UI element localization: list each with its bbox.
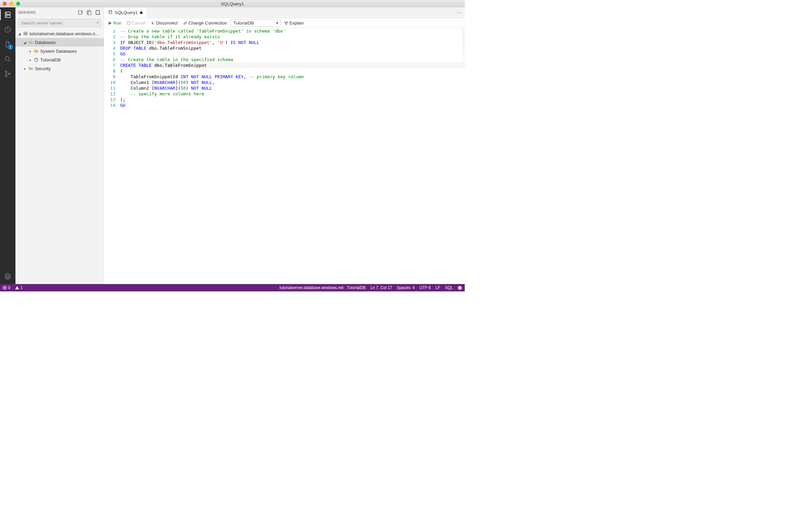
svg-point-21 — [286, 24, 287, 25]
status-warnings-count: 1 — [21, 286, 23, 290]
tree-server-node[interactable]: ◢ tutorialserver.database.windows.n… — [16, 29, 104, 38]
svg-point-9 — [7, 276, 9, 278]
activity-bar: 1 — [0, 7, 16, 284]
status-feedback-icon[interactable] — [458, 286, 462, 290]
cancel-label: Cancel — [132, 21, 145, 26]
svg-point-5 — [5, 57, 9, 61]
svg-point-8 — [8, 73, 10, 75]
close-window-icon[interactable] — [3, 2, 7, 6]
chevron-down-icon: ◢ — [18, 32, 22, 35]
database-icon — [34, 57, 39, 62]
maximize-window-icon[interactable] — [16, 2, 20, 6]
settings-gear-icon[interactable] — [3, 272, 12, 281]
clear-search-icon[interactable]: × — [96, 20, 99, 25]
status-line-col[interactable]: Ln 7, Col 17 — [371, 286, 392, 290]
window-controls — [3, 2, 20, 6]
svg-point-23 — [458, 286, 462, 289]
tree-tutorialdb-node[interactable]: ▸ TutorialDB — [16, 55, 104, 64]
tab-bar: SQLQuery1 ⋯ — [104, 7, 465, 18]
query-toolbar: Run Cancel Disconnect Change Connection … — [104, 18, 465, 28]
tree-security-node[interactable]: ▸ Security — [16, 64, 104, 73]
titlebar: SQLQuery1 — [0, 0, 465, 7]
explorer-activity-icon[interactable]: 1 — [3, 39, 12, 49]
window-title: SQLQuery1 — [221, 1, 244, 6]
chevron-right-icon: ▸ — [28, 58, 32, 62]
search-activity-icon[interactable] — [3, 54, 12, 64]
status-eol[interactable]: LF — [436, 286, 440, 290]
status-language[interactable]: SQL — [445, 286, 453, 290]
tree-databases-node[interactable]: ◢ Databases — [16, 38, 104, 47]
tree-label: Databases — [35, 40, 56, 45]
explorer-badge: 1 — [8, 44, 13, 50]
task-history-activity-icon[interactable] — [3, 25, 12, 34]
editor-tab-sqlquery1[interactable]: SQLQuery1 — [104, 7, 147, 18]
change-connection-button[interactable]: Change Connection — [181, 20, 229, 27]
explain-label: Explain — [290, 21, 304, 26]
tree-label: Security — [35, 66, 51, 71]
svg-point-25 — [460, 287, 461, 288]
sidebar-title: SERVERS — [18, 10, 35, 15]
svg-point-6 — [5, 71, 7, 73]
svg-point-24 — [459, 287, 460, 288]
explain-button[interactable]: Explain — [282, 20, 306, 27]
tree-system-databases-node[interactable]: ▸ System Databases — [16, 47, 104, 55]
status-bar: 0 1 tutorialserver.database.windows.net … — [0, 284, 465, 291]
svg-point-2 — [6, 13, 7, 14]
svg-point-3 — [6, 16, 7, 17]
status-connection[interactable]: tutorialserver.database.windows.net : Tu… — [280, 286, 366, 290]
tree-label: tutorialserver.database.windows.n… — [30, 31, 100, 36]
tab-label: SQLQuery1 — [115, 10, 138, 15]
svg-point-7 — [5, 75, 7, 77]
status-errors-count: 0 — [8, 286, 10, 290]
show-connections-icon[interactable] — [95, 9, 101, 16]
svg-point-17 — [109, 10, 112, 12]
change-connection-label: Change Connection — [188, 21, 227, 26]
tree-label: System Databases — [40, 49, 77, 54]
run-button[interactable]: Run — [106, 20, 123, 27]
code-editor[interactable]: 1234567891011121314 -- Create a new tabl… — [104, 28, 465, 284]
chevron-right-icon: ▸ — [23, 67, 27, 71]
new-connection-icon[interactable] — [78, 9, 84, 16]
svg-rect-13 — [96, 10, 99, 15]
svg-point-16 — [35, 58, 38, 59]
tree-label: TutorialDB — [40, 57, 61, 62]
disconnect-button[interactable]: Disconnect — [149, 20, 179, 27]
new-server-group-icon[interactable] — [86, 9, 92, 16]
svg-rect-10 — [79, 10, 82, 15]
dirty-indicator-icon — [140, 11, 143, 14]
status-encoding[interactable]: UTF-8 — [419, 286, 431, 290]
search-box: × — [18, 19, 101, 27]
search-input[interactable] — [18, 19, 101, 27]
line-gutter: 1234567891011121314 — [104, 28, 119, 284]
minimap[interactable] — [462, 28, 465, 69]
run-label: Run — [113, 21, 121, 26]
database-select[interactable]: TutorialDB — [231, 20, 281, 27]
database-selected-label: TutorialDB — [234, 21, 254, 26]
sql-file-icon — [108, 10, 113, 16]
minimize-window-icon[interactable] — [9, 2, 13, 6]
source-control-activity-icon[interactable] — [3, 69, 12, 79]
status-spaces[interactable]: Spaces: 4 — [397, 286, 415, 290]
svg-rect-18 — [127, 22, 130, 24]
folder-icon — [28, 66, 34, 71]
svg-rect-14 — [24, 32, 28, 33]
code-content[interactable]: -- Create a new table called 'TableFromS… — [119, 28, 465, 284]
status-warnings[interactable]: 1 — [15, 286, 23, 290]
svg-rect-12 — [88, 11, 91, 15]
tab-overflow-icon[interactable]: ⋯ — [454, 10, 465, 15]
cancel-button[interactable]: Cancel — [125, 20, 147, 27]
folder-icon — [28, 39, 34, 45]
status-errors[interactable]: 0 — [3, 286, 10, 290]
svg-rect-15 — [24, 34, 28, 35]
disconnect-label: Disconnect — [156, 21, 177, 26]
servers-tree: ◢ tutorialserver.database.windows.n… ◢ D… — [16, 29, 104, 284]
servers-activity-icon[interactable] — [3, 10, 12, 20]
chevron-right-icon: ▸ — [28, 49, 32, 53]
chevron-down-icon: ◢ — [23, 40, 27, 44]
server-icon — [23, 31, 28, 36]
sidebar-servers: SERVERS × ◢ tutorialserver.database.wind… — [16, 7, 104, 284]
folder-icon — [34, 48, 39, 54]
editor-area: SQLQuery1 ⋯ Run Cancel Disconnect Chang — [104, 7, 465, 284]
